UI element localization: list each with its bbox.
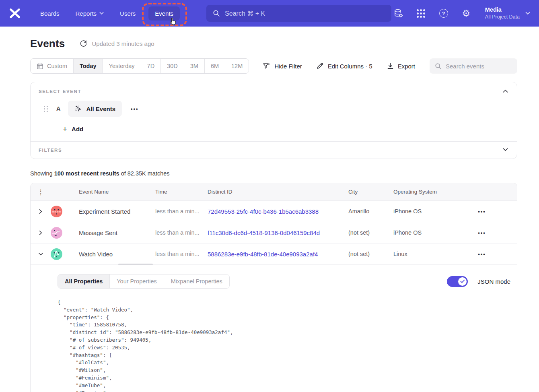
collapse-row-chevron-down-icon[interactable] [31,252,51,256]
properties-tabs: All Properties Your Properties Mixpanel … [58,274,230,289]
query-builder-card: SELECT EVENT A All Events ••• [30,82,517,159]
event-avatar [51,248,62,260]
global-search-placeholder: Search ⌘ + K [225,10,265,17]
apps-grid-icon[interactable] [416,8,426,19]
chevron-down-icon [525,12,530,15]
event-name-cell: Message Sent [73,229,150,236]
help-icon[interactable]: ? [438,8,449,19]
refresh-icon[interactable] [80,40,87,47]
table-row[interactable]: Message Sent less than a min... f11c30d6… [31,222,517,243]
select-event-label: SELECT EVENT [39,89,509,94]
page-title: Events [30,37,65,50]
date-range-today[interactable]: Today [73,59,103,73]
nav-item-label: Users [120,10,136,17]
os-cell: iPhone OS [388,208,464,215]
event-avatar [51,227,62,239]
tab-your-properties[interactable]: Your Properties [109,274,163,288]
search-icon [435,63,442,70]
expand-row-chevron-right-icon[interactable] [31,230,51,235]
updated-timestamp: Updated 3 minutes ago [92,40,154,47]
global-search-input[interactable]: Search ⌘ + K [206,5,391,22]
project-switcher[interactable]: Media All Project Data [485,6,530,21]
date-range-custom[interactable]: Custom [31,59,73,73]
plus-icon: + [63,125,67,133]
project-name: Media [485,6,520,14]
column-header-distinct-id[interactable]: Distinct ID [202,189,343,195]
events-table: ↓↑ Event Name Time Distinct ID City Oper… [30,183,517,392]
date-range-6m[interactable]: 6M [204,59,225,73]
column-header-time[interactable]: Time [150,189,202,195]
toggle-check-icon [458,277,467,286]
event-selector-chip[interactable]: All Events [68,101,122,117]
step-letter: A [56,105,60,112]
search-icon [213,10,220,17]
time-cell: less than a min... [150,229,202,236]
city-cell: (not set) [343,229,388,236]
chevron-up-icon [503,89,508,93]
distinct-id-link[interactable]: f11c30d6-dc6d-4518-9136-0d046159c84d [202,229,343,236]
mixpanel-logo-icon[interactable] [8,6,22,20]
os-cell: iPhone OS [388,229,464,236]
filters-label: FILTERS [39,148,509,153]
column-header-city[interactable]: City [343,189,388,195]
event-name-cell: Watch Video [73,251,150,258]
date-range-yesterday[interactable]: Yesterday [103,59,141,73]
city-cell: Amarillo [343,208,388,215]
search-events-placeholder: Search events [446,63,484,70]
data-management-icon[interactable] [393,8,404,19]
chevron-down-icon [503,148,508,151]
edit-columns-button[interactable]: Edit Columns · 5 [317,62,372,70]
distinct-id-link[interactable]: 72d49553-25fc-4f0c-b436-1b5ac6ab3388 [202,208,343,215]
table-horizontal-scrollbar[interactable] [118,264,153,265]
json-mode-toggle[interactable] [447,276,468,287]
project-subtitle: All Project Data [485,14,520,21]
settings-gear-icon[interactable]: ⚙ [461,8,471,19]
nav-item-boards[interactable]: Boards [34,6,66,21]
table-row[interactable]: Experiment Started less than a min... 72… [31,201,517,222]
os-cell: Linux [388,251,464,257]
event-chip-label: All Events [86,105,115,112]
search-events-input[interactable]: Search events [430,58,517,74]
row-options-kebab-icon[interactable]: ••• [475,228,489,237]
hide-filter-button[interactable]: Hide Filter [263,62,302,70]
collapse-section-button[interactable] [501,88,510,95]
expand-row-chevron-right-icon[interactable] [31,209,51,214]
date-range-30d[interactable]: 30D [160,59,184,73]
json-mode-label: JSON mode [477,278,510,285]
pencil-icon [317,62,324,70]
date-range-segmented-control: Custom Today Yesterday 7D 30D 3M 6M 12M [30,58,249,74]
unfold-rows-icon[interactable]: ↓↑ [31,188,51,196]
date-range-12m[interactable]: 12M [225,59,249,73]
main-nav: Boards Reports Users Events [34,6,180,21]
nav-item-label: Boards [40,10,60,17]
column-header-event-name[interactable]: Event Name [73,189,150,195]
top-navbar: Boards Reports Users Events Search ⌘ + K [0,0,539,27]
event-name-cell: Experiment Started [73,208,150,215]
city-cell: (not set) [343,251,388,257]
time-cell: less than a min... [150,208,202,215]
row-options-kebab-icon[interactable]: ••• [475,207,489,216]
drag-handle[interactable] [44,106,48,112]
chevron-down-icon [99,12,104,15]
export-button[interactable]: Export [387,62,415,70]
date-range-7d[interactable]: 7D [141,59,161,73]
distinct-id-link[interactable]: 5886283e-e9fb-48fb-81de-40e9093a2af4 [202,251,343,258]
nav-item-users[interactable]: Users [113,6,142,21]
table-row-expanded[interactable]: Watch Video less than a min... 5886283e-… [31,243,517,265]
date-range-3m[interactable]: 3M [184,59,204,73]
event-detail-panel: All Properties Your Properties Mixpanel … [31,265,517,392]
tab-mixpanel-properties[interactable]: Mixpanel Properties [164,274,229,288]
add-event-button[interactable]: + Add [63,125,83,133]
results-summary: Showing 100 most recent results of 82.35… [30,170,517,177]
expand-filters-button[interactable] [501,146,510,153]
event-cursor-sparkle-icon [74,105,82,113]
calendar-icon [37,63,43,70]
nav-item-reports[interactable]: Reports [69,6,111,21]
event-options-kebab-icon[interactable]: ••• [128,104,142,113]
cursor-hand-icon [169,17,177,26]
tab-all-properties[interactable]: All Properties [58,274,109,288]
download-icon [387,62,394,70]
column-header-os[interactable]: Operating System [388,189,464,195]
table-header-row: ↓↑ Event Name Time Distinct ID City Oper… [31,183,517,201]
row-options-kebab-icon[interactable]: ••• [475,250,489,259]
